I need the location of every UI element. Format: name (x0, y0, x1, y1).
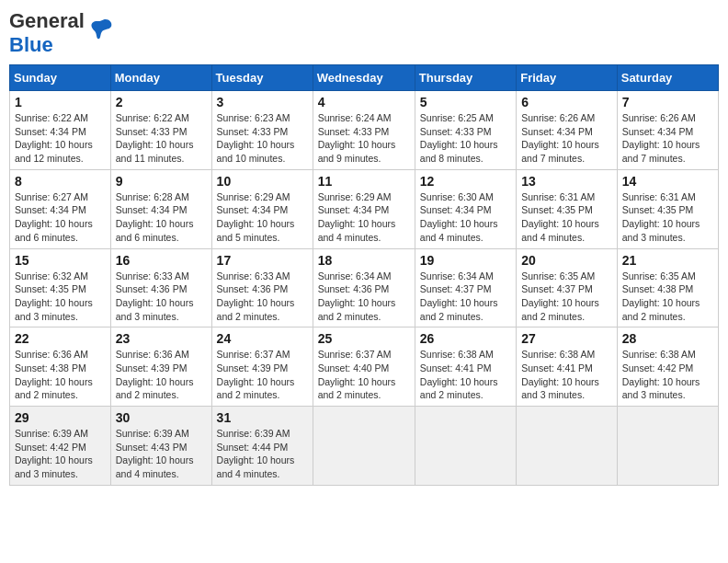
calendar-cell: 23 Sunrise: 6:36 AM Sunset: 4:39 PM Dayl… (110, 327, 211, 407)
daylight-label: Daylight: 10 hours and 3 minutes. (622, 218, 700, 243)
daylight-label: Daylight: 10 hours and 3 minutes. (15, 454, 93, 479)
daylight-label: Daylight: 10 hours and 2 minutes. (521, 297, 599, 322)
day-number: 26 (420, 331, 511, 346)
daylight-label: Daylight: 10 hours and 2 minutes. (217, 297, 295, 322)
day-info: Sunrise: 6:25 AM Sunset: 4:33 PM Dayligh… (420, 111, 511, 166)
day-info: Sunrise: 6:34 AM Sunset: 4:37 PM Dayligh… (420, 270, 511, 324)
daylight-label: Daylight: 10 hours and 7 minutes. (521, 139, 599, 164)
logo-text: General Blue (9, 9, 85, 57)
day-number: 17 (217, 253, 308, 268)
daylight-label: Daylight: 10 hours and 2 minutes. (15, 376, 93, 401)
day-number: 4 (318, 95, 410, 109)
sunrise-label: Sunrise: 6:36 AM (15, 349, 88, 360)
day-number: 29 (15, 410, 106, 425)
sunset-label: Sunset: 4:37 PM (420, 283, 492, 294)
column-header-tuesday: Tuesday (211, 65, 313, 91)
sunset-label: Sunset: 4:37 PM (521, 283, 593, 294)
daylight-label: Daylight: 10 hours and 3 minutes. (622, 376, 700, 401)
sunset-label: Sunset: 4:34 PM (622, 126, 694, 137)
daylight-label: Daylight: 10 hours and 4 minutes. (217, 454, 295, 479)
calendar-cell: 5 Sunrise: 6:25 AM Sunset: 4:33 PM Dayli… (415, 91, 516, 170)
sunrise-label: Sunrise: 6:31 AM (622, 191, 696, 202)
sunset-label: Sunset: 4:36 PM (116, 283, 188, 294)
day-number: 6 (521, 95, 612, 109)
sunset-label: Sunset: 4:41 PM (521, 362, 593, 373)
calendar-cell: 26 Sunrise: 6:38 AM Sunset: 4:41 PM Dayl… (415, 327, 516, 407)
column-header-saturday: Saturday (617, 65, 718, 91)
day-info: Sunrise: 6:37 AM Sunset: 4:39 PM Dayligh… (217, 348, 308, 402)
sunrise-label: Sunrise: 6:37 AM (217, 349, 290, 360)
day-number: 20 (521, 253, 612, 268)
calendar-week-3: 15 Sunrise: 6:32 AM Sunset: 4:35 PM Dayl… (10, 248, 719, 327)
daylight-label: Daylight: 10 hours and 6 minutes. (116, 218, 194, 243)
daylight-label: Daylight: 10 hours and 9 minutes. (318, 139, 396, 164)
sunrise-label: Sunrise: 6:29 AM (217, 191, 290, 202)
day-info: Sunrise: 6:31 AM Sunset: 4:35 PM Dayligh… (521, 190, 612, 245)
day-info: Sunrise: 6:35 AM Sunset: 4:37 PM Dayligh… (521, 270, 612, 324)
sunrise-label: Sunrise: 6:39 AM (15, 428, 88, 439)
calendar-cell (617, 407, 718, 486)
calendar-cell: 13 Sunrise: 6:31 AM Sunset: 4:35 PM Dayl… (517, 169, 618, 248)
calendar-cell: 1 Sunrise: 6:22 AM Sunset: 4:34 PM Dayli… (10, 91, 111, 170)
sunrise-label: Sunrise: 6:34 AM (318, 270, 392, 282)
sunset-label: Sunset: 4:42 PM (622, 362, 694, 373)
sunset-label: Sunset: 4:34 PM (15, 204, 86, 215)
sunrise-label: Sunrise: 6:27 AM (15, 191, 88, 202)
day-info: Sunrise: 6:33 AM Sunset: 4:36 PM Dayligh… (217, 270, 308, 324)
daylight-label: Daylight: 10 hours and 3 minutes. (15, 297, 93, 322)
calendar-cell: 25 Sunrise: 6:37 AM Sunset: 4:40 PM Dayl… (313, 327, 415, 407)
sunset-label: Sunset: 4:34 PM (15, 126, 86, 137)
logo-bird-icon (88, 16, 114, 41)
sunset-label: Sunset: 4:34 PM (318, 204, 390, 215)
day-number: 10 (217, 174, 308, 189)
calendar-cell: 24 Sunrise: 6:37 AM Sunset: 4:39 PM Dayl… (211, 327, 313, 407)
daylight-label: Daylight: 10 hours and 4 minutes. (116, 454, 194, 479)
sunrise-label: Sunrise: 6:39 AM (116, 428, 189, 439)
day-number: 13 (521, 174, 612, 189)
daylight-label: Daylight: 10 hours and 2 minutes. (116, 376, 194, 401)
day-info: Sunrise: 6:36 AM Sunset: 4:38 PM Dayligh… (15, 348, 106, 402)
calendar-cell: 16 Sunrise: 6:33 AM Sunset: 4:36 PM Dayl… (110, 248, 211, 327)
day-number: 14 (622, 174, 713, 189)
day-info: Sunrise: 6:31 AM Sunset: 4:35 PM Dayligh… (622, 190, 713, 245)
calendar-cell: 27 Sunrise: 6:38 AM Sunset: 4:41 PM Dayl… (517, 327, 618, 407)
sunrise-label: Sunrise: 6:35 AM (521, 270, 595, 282)
sunset-label: Sunset: 4:35 PM (622, 204, 694, 215)
day-number: 24 (217, 331, 308, 346)
day-info: Sunrise: 6:22 AM Sunset: 4:34 PM Dayligh… (15, 111, 106, 166)
day-info: Sunrise: 6:32 AM Sunset: 4:35 PM Dayligh… (15, 270, 106, 324)
sunset-label: Sunset: 4:39 PM (116, 362, 188, 373)
day-number: 27 (521, 331, 612, 346)
day-number: 23 (116, 331, 207, 346)
daylight-label: Daylight: 10 hours and 4 minutes. (420, 218, 498, 243)
day-info: Sunrise: 6:22 AM Sunset: 4:33 PM Dayligh… (116, 111, 207, 166)
calendar-cell: 4 Sunrise: 6:24 AM Sunset: 4:33 PM Dayli… (313, 91, 415, 170)
calendar-cell: 10 Sunrise: 6:29 AM Sunset: 4:34 PM Dayl… (211, 169, 313, 248)
calendar-cell: 15 Sunrise: 6:32 AM Sunset: 4:35 PM Dayl… (10, 248, 111, 327)
sunrise-label: Sunrise: 6:39 AM (217, 428, 290, 439)
calendar-cell: 3 Sunrise: 6:23 AM Sunset: 4:33 PM Dayli… (211, 91, 313, 170)
daylight-label: Daylight: 10 hours and 10 minutes. (217, 139, 295, 164)
calendar-cell: 31 Sunrise: 6:39 AM Sunset: 4:44 PM Dayl… (211, 407, 313, 486)
sunset-label: Sunset: 4:33 PM (420, 126, 492, 137)
daylight-label: Daylight: 10 hours and 4 minutes. (521, 218, 599, 243)
day-number: 11 (318, 174, 410, 189)
day-info: Sunrise: 6:36 AM Sunset: 4:39 PM Dayligh… (116, 348, 207, 402)
day-number: 18 (318, 253, 410, 268)
sunrise-label: Sunrise: 6:29 AM (318, 191, 392, 202)
daylight-label: Daylight: 10 hours and 2 minutes. (318, 297, 396, 322)
sunset-label: Sunset: 4:44 PM (217, 442, 289, 453)
sunrise-label: Sunrise: 6:22 AM (116, 112, 189, 123)
calendar-cell: 7 Sunrise: 6:26 AM Sunset: 4:34 PM Dayli… (617, 91, 718, 170)
sunset-label: Sunset: 4:36 PM (217, 283, 289, 294)
sunrise-label: Sunrise: 6:37 AM (318, 349, 392, 360)
calendar-body: 1 Sunrise: 6:22 AM Sunset: 4:34 PM Dayli… (10, 91, 719, 486)
daylight-label: Daylight: 10 hours and 3 minutes. (116, 297, 194, 322)
calendar-header: SundayMondayTuesdayWednesdayThursdayFrid… (10, 65, 719, 91)
sunrise-label: Sunrise: 6:23 AM (217, 112, 290, 123)
daylight-label: Daylight: 10 hours and 12 minutes. (15, 139, 93, 164)
daylight-label: Daylight: 10 hours and 2 minutes. (420, 376, 498, 401)
day-info: Sunrise: 6:39 AM Sunset: 4:43 PM Dayligh… (116, 427, 207, 481)
sunrise-label: Sunrise: 6:31 AM (521, 191, 595, 202)
sunset-label: Sunset: 4:33 PM (318, 126, 390, 137)
